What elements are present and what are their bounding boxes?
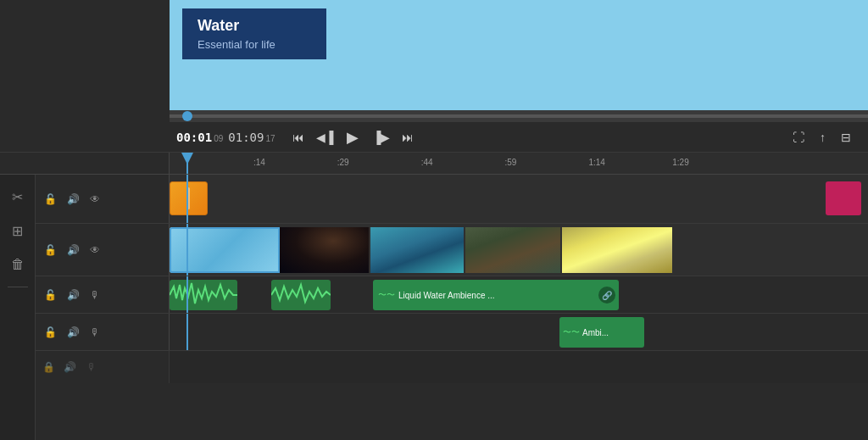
current-frames: 09 xyxy=(214,134,223,143)
playhead-triangle xyxy=(181,153,193,164)
title-card-subtitle: Essential for life xyxy=(198,38,311,51)
video-track-controls: 🔓 🔊 👁 xyxy=(36,224,170,276)
audio1-clip-main[interactable]: 〜〜 Liquid Water Ambience ... 🔗 xyxy=(373,280,619,310)
step-back-button[interactable]: ◀▐ xyxy=(311,128,339,147)
total-frames: 17 xyxy=(265,134,275,143)
preview-area: Water Essential for life xyxy=(0,0,868,110)
video-track-eye[interactable]: 👁 xyxy=(88,242,102,258)
timeline-ruler[interactable]: :14 :29 :44 :59 1:14 1:29 xyxy=(170,153,868,174)
audio1-mic[interactable]: 🎙 xyxy=(88,287,102,303)
audio-track-1-content[interactable]: 〜〜 Liquid Water Ambience ... 🔗 xyxy=(170,276,868,313)
audio1-clip-short-mid[interactable] xyxy=(271,280,331,310)
title-track-audio[interactable]: 🔊 xyxy=(65,192,81,207)
progress-scrubber-area xyxy=(0,110,868,122)
sidebar-separator xyxy=(8,287,28,287)
audio3-lock-icon: 🔒 xyxy=(42,361,55,373)
title-track-content[interactable] xyxy=(170,175,868,223)
ruler-mark-129: 1:29 xyxy=(672,158,688,167)
audio-track-1-controls: 🔓 🔊 🎙 xyxy=(36,276,170,313)
add-media-button[interactable]: ⊞ xyxy=(4,217,31,244)
audio2-lock[interactable]: 🔓 xyxy=(42,325,58,340)
audio-track-2-row: 🔓 🔊 🎙 〜〜 Ambi... xyxy=(36,314,868,351)
audio2-clip-ambi[interactable]: 〜〜 Ambi... xyxy=(559,317,644,348)
video-clip-sun[interactable] xyxy=(562,227,672,273)
ruler-mark-29: :29 xyxy=(337,158,349,167)
audio1-clip-label: Liquid Water Ambience ... xyxy=(395,291,598,300)
audio-track-2-controls: 🔓 🔊 🎙 xyxy=(36,314,170,350)
audio-track-3-controls: 🔒 🔊 🎙 xyxy=(36,351,170,383)
video-clip-ocean[interactable] xyxy=(370,227,464,273)
settings-button[interactable]: ⊟ xyxy=(836,128,856,147)
title-track-controls: 🔓 🔊 👁 xyxy=(36,175,170,223)
playhead-audio2 xyxy=(186,314,188,350)
all-tracks: 🔓 🔊 👁 🔓 🔊 xyxy=(36,175,868,440)
total-time: 01:09 xyxy=(228,131,264,144)
audio-attachment-icon: 🔗 xyxy=(598,287,615,304)
title-card-title: Water xyxy=(198,17,311,35)
fullscreen-button[interactable]: ⛶ xyxy=(787,128,810,147)
audio1-clip-short-left[interactable] xyxy=(170,280,237,310)
audio1-clip-waveform-icon: 〜〜 xyxy=(373,289,395,301)
delete-button[interactable]: 🗑 xyxy=(4,251,31,278)
audio1-waveform-left xyxy=(170,280,237,310)
video-track-content[interactable] xyxy=(170,224,868,276)
title-track-lock[interactable]: 🔓 xyxy=(42,192,58,207)
transport-right-controls: ⛶ ↑ ⊟ xyxy=(787,128,861,147)
ruler-mark-59: :59 xyxy=(505,158,517,167)
audio2-speaker[interactable]: 🔊 xyxy=(65,325,81,340)
pink-clip[interactable] xyxy=(826,181,861,215)
video-clip-dark[interactable] xyxy=(280,227,369,273)
step-forward-button[interactable]: ▐▶ xyxy=(367,128,395,147)
tracks-container: ✂ ⊞ 🗑 🔓 🔊 👁 xyxy=(0,175,868,440)
transport-controls: 00:01 09 01:09 17 ⏮ ◀▐ ▶ ▐▶ ⏭ ⛶ ↑ ⊟ xyxy=(170,125,868,149)
play-button[interactable]: ▶ xyxy=(340,125,365,149)
video-track-lock[interactable]: 🔓 xyxy=(42,242,58,258)
scrubber-thumb[interactable] xyxy=(182,111,192,121)
audio-track-1-row: 🔓 🔊 🎙 xyxy=(36,276,868,314)
current-time: 00:01 xyxy=(176,131,212,144)
video-track-audio[interactable]: 🔊 xyxy=(65,242,81,258)
audio2-waveform-icon: 〜〜 xyxy=(563,326,580,338)
audio-track-3-row: 🔒 🔊 🎙 xyxy=(36,351,868,383)
video-clip-dark-thumbnail xyxy=(280,227,369,273)
cut-tool-button[interactable]: ✂ xyxy=(4,183,31,210)
skip-to-start-button[interactable]: ⏮ xyxy=(287,128,309,147)
transport-bar: 00:01 09 01:09 17 ⏮ ◀▐ ▶ ▐▶ ⏭ ⛶ ↑ ⊟ xyxy=(0,122,868,153)
audio1-waveform-mid xyxy=(271,280,331,310)
audio2-clip-label: Ambi... xyxy=(580,328,641,337)
audio1-lock[interactable]: 🔓 xyxy=(42,287,58,303)
timecode: 00:01 09 01:09 17 xyxy=(176,131,275,144)
ruler-mark-44: :44 xyxy=(421,158,433,167)
left-panel-scrubber xyxy=(0,110,170,122)
left-panel-top xyxy=(0,0,170,110)
ruler-mark-14: :14 xyxy=(253,158,265,167)
left-sidebar-tools: ✂ ⊞ 🗑 xyxy=(0,175,36,440)
skip-to-end-button[interactable]: ⏭ xyxy=(397,128,419,147)
orange-clip[interactable] xyxy=(170,181,208,215)
title-card: Water Essential for life xyxy=(182,8,326,59)
ruler-mark-114: 1:14 xyxy=(588,158,604,167)
video-clip-rocky[interactable] xyxy=(465,227,560,273)
audio3-speaker[interactable]: 🔊 xyxy=(62,359,78,375)
playhead-title-track xyxy=(186,175,188,223)
audio2-mic[interactable]: 🎙 xyxy=(88,325,102,340)
scrubber-fill xyxy=(170,114,868,118)
audio-track-3-content xyxy=(170,351,868,383)
timeline-ruler-area: :14 :29 :44 :59 1:14 1:29 xyxy=(0,153,868,175)
audio-track-2-content[interactable]: 〜〜 Ambi... xyxy=(170,314,868,350)
preview-video[interactable]: Water Essential for life xyxy=(170,0,868,110)
audio1-speaker[interactable]: 🔊 xyxy=(65,287,81,303)
scrubber-track[interactable] xyxy=(170,110,868,122)
export-button[interactable]: ↑ xyxy=(815,128,831,147)
video-track-row: 🔓 🔊 👁 xyxy=(36,224,868,276)
title-track-eye[interactable]: 👁 xyxy=(88,192,102,207)
title-track-row: 🔓 🔊 👁 xyxy=(36,175,868,224)
left-panel-ruler xyxy=(0,153,170,174)
playhead-video-track xyxy=(186,224,188,276)
audio3-mic[interactable]: 🎙 xyxy=(85,359,98,375)
playhead-audio1 xyxy=(186,276,188,313)
